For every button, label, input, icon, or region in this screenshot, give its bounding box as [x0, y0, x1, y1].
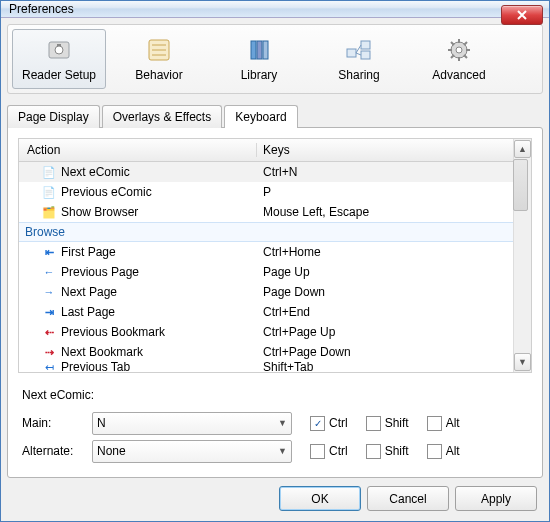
last-page-icon: ⇥ [41, 304, 57, 320]
cancel-button[interactable]: Cancel [367, 486, 449, 511]
svg-point-1 [55, 46, 63, 54]
list-row[interactable]: ⇥Last Page Ctrl+End [19, 302, 513, 322]
list-row[interactable]: →Next Page Page Down [19, 282, 513, 302]
ok-button[interactable]: OK [279, 486, 361, 511]
alt-ctrl-checkbox[interactable]: Ctrl [310, 444, 348, 459]
chevron-down-icon: ▼ [278, 446, 287, 456]
dialog-buttons: OK Cancel Apply [7, 478, 543, 515]
prev-page-icon: ← [41, 264, 57, 280]
window-title: Preferences [9, 2, 74, 16]
svg-point-11 [456, 47, 462, 53]
toolbar-label: Sharing [338, 68, 379, 82]
list-header: Action Keys [19, 139, 513, 162]
svg-rect-7 [347, 49, 356, 57]
list-row[interactable]: 🗂️Show Browser Mouse Left, Escape [19, 202, 513, 222]
main-key-select[interactable]: N▼ [92, 412, 292, 435]
shortcut-form: Next eComic: Main: N▼ ✓Ctrl Shift Alt Al… [18, 383, 532, 467]
toolbar-library[interactable]: Library [212, 29, 306, 89]
library-icon [245, 36, 273, 64]
list-row[interactable]: ←Previous Page Page Up [19, 262, 513, 282]
toolbar-reader-setup[interactable]: Reader Setup [12, 29, 106, 89]
list-row[interactable]: ↤Previous Tab Shift+Tab [19, 362, 513, 372]
list-row[interactable]: ⇠Previous Bookmark Ctrl+Page Up [19, 322, 513, 342]
col-action[interactable]: Action [19, 143, 257, 157]
scroll-up-icon[interactable]: ▲ [514, 140, 531, 158]
keyboard-panel: Action Keys 📄Next eComic Ctrl+N 📄Previou… [7, 127, 543, 478]
gear-icon [445, 36, 473, 64]
page-next-icon: 📄 [41, 164, 57, 180]
apply-button[interactable]: Apply [455, 486, 537, 511]
window-body: Reader Setup Behavior Library Sharing [1, 18, 549, 521]
alt-alt-checkbox[interactable]: Alt [427, 444, 460, 459]
scroll-down-icon[interactable]: ▼ [514, 353, 531, 371]
toolbar: Reader Setup Behavior Library Sharing [7, 24, 543, 94]
browser-icon: 🗂️ [41, 204, 57, 220]
main-alt-checkbox[interactable]: Alt [427, 416, 460, 431]
close-button[interactable] [501, 5, 543, 25]
toolbar-label: Behavior [135, 68, 182, 82]
toolbar-label: Reader Setup [22, 68, 96, 82]
close-icon [517, 10, 527, 20]
page-prev-icon: 📄 [41, 184, 57, 200]
alternate-key-select[interactable]: None▼ [92, 440, 292, 463]
list-row[interactable]: 📄Next eComic Ctrl+N [19, 162, 513, 182]
list-row[interactable]: 📄Previous eComic P [19, 182, 513, 202]
prev-bookmark-icon: ⇠ [41, 324, 57, 340]
main-label: Main: [18, 416, 92, 430]
behavior-icon [145, 36, 173, 64]
toolbar-sharing[interactable]: Sharing [312, 29, 406, 89]
svg-rect-5 [257, 41, 262, 59]
next-page-icon: → [41, 284, 57, 300]
actions-list: Action Keys 📄Next eComic Ctrl+N 📄Previou… [18, 138, 532, 373]
first-page-icon: ⇤ [41, 244, 57, 260]
svg-rect-6 [263, 41, 268, 59]
svg-rect-8 [361, 41, 370, 49]
selected-action-label: Next eComic: [18, 388, 94, 402]
tab-keyboard[interactable]: Keyboard [224, 105, 297, 128]
scrollbar[interactable]: ▲ ▼ [513, 139, 531, 372]
next-bookmark-icon: ⇢ [41, 344, 57, 360]
toolbar-label: Advanced [432, 68, 485, 82]
list-row[interactable]: ⇢Next Bookmark Ctrl+Page Down [19, 342, 513, 362]
group-browse[interactable]: Browse [19, 222, 513, 242]
tab-row: Page Display Overlays & Effects Keyboard [7, 104, 543, 127]
toolbar-label: Library [241, 68, 278, 82]
col-keys[interactable]: Keys [257, 143, 513, 157]
preferences-window: Preferences Reader Setup Behavior [0, 0, 550, 522]
svg-rect-9 [361, 51, 370, 59]
alternate-label: Alternate: [18, 444, 92, 458]
main-ctrl-checkbox[interactable]: ✓Ctrl [310, 416, 348, 431]
sharing-icon [345, 36, 373, 64]
main-shift-checkbox[interactable]: Shift [366, 416, 409, 431]
svg-rect-4 [251, 41, 256, 59]
toolbar-behavior[interactable]: Behavior [112, 29, 206, 89]
scroll-thumb[interactable] [513, 159, 528, 211]
svg-rect-2 [57, 44, 61, 46]
reader-setup-icon [45, 36, 73, 64]
toolbar-advanced[interactable]: Advanced [412, 29, 506, 89]
list-row[interactable]: ⇤First Page Ctrl+Home [19, 242, 513, 262]
tab-page-display[interactable]: Page Display [7, 105, 100, 128]
tab-overlays-effects[interactable]: Overlays & Effects [102, 105, 222, 128]
chevron-down-icon: ▼ [278, 418, 287, 428]
alt-shift-checkbox[interactable]: Shift [366, 444, 409, 459]
prev-tab-icon: ↤ [41, 362, 57, 372]
titlebar[interactable]: Preferences [1, 1, 549, 18]
